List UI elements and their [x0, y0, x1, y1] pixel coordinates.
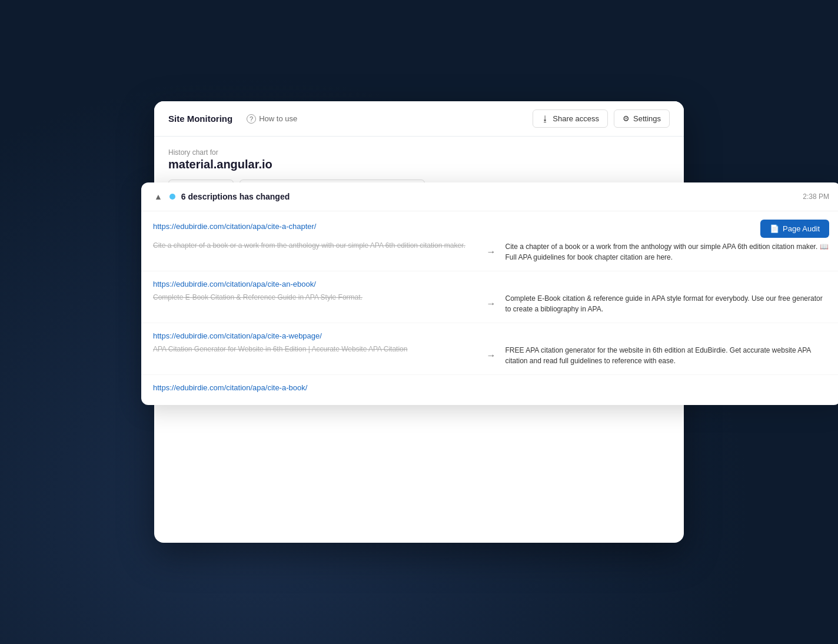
- url-link-4[interactable]: https://edubirdie.com/citation/apa/cite-…: [153, 383, 829, 392]
- url-row-content-1: Cite a chapter of a book or a work from …: [153, 241, 829, 263]
- url-row-content-3: APA Citation Generator for Website in 6t…: [153, 345, 829, 366]
- url-row-2: https://edubirdie.com/citation/apa/cite-…: [141, 271, 838, 323]
- new-text-2: Complete E-Book citation & reference gui…: [506, 293, 830, 314]
- share-label: Share access: [553, 114, 599, 123]
- page-title: Site Monitoring: [168, 114, 232, 124]
- how-to-use-label: How to use: [259, 114, 297, 123]
- new-text-1: Cite a chapter of a book or a work from …: [506, 241, 830, 263]
- old-text-1: Cite a chapter of a book or a work from …: [153, 241, 477, 250]
- new-text-3: FREE APA citation generator for the webs…: [506, 345, 830, 366]
- overlay-header-left: ▲ 6 descriptions has changed: [153, 191, 290, 203]
- audit-doc-icon: 📄: [770, 224, 779, 233]
- url-link-3[interactable]: https://edubirdie.com/citation/apa/cite-…: [153, 331, 829, 340]
- overlay-header: ▲ 6 descriptions has changed 2:38 PM: [141, 182, 838, 211]
- url-section: https://edubirdie.com/citation/apa/cite-…: [141, 211, 838, 405]
- share-access-button[interactable]: ⭳ Share access: [533, 109, 608, 128]
- collapse-button[interactable]: ▲: [153, 191, 164, 203]
- arrow-icon-3: →: [487, 350, 496, 361]
- top-bar-left: Site Monitoring ? How to use: [168, 112, 302, 126]
- how-to-use-button[interactable]: ? How to use: [242, 112, 302, 126]
- url-row-3: https://edubirdie.com/citation/apa/cite-…: [141, 323, 838, 375]
- settings-icon: ⚙: [623, 114, 630, 123]
- change-time: 2:38 PM: [803, 192, 829, 201]
- url-row-content-2: Complete E-Book Citation & Reference Gui…: [153, 293, 829, 314]
- page-audit-label: Page Audit: [783, 224, 820, 233]
- top-bar-right: ⭳ Share access ⚙ Settings: [533, 109, 670, 128]
- settings-button[interactable]: ⚙ Settings: [614, 109, 670, 128]
- overlay-card: ▲ 6 descriptions has changed 2:38 PM htt…: [141, 182, 838, 405]
- domain-title: material.angular.io: [168, 158, 670, 171]
- old-text-3: APA Citation Generator for Website in 6t…: [153, 345, 477, 353]
- old-text-2: Complete E-Book Citation & Reference Gui…: [153, 293, 477, 301]
- url-link-1[interactable]: https://edubirdie.com/citation/apa/cite-…: [153, 222, 316, 231]
- settings-label: Settings: [633, 114, 661, 123]
- url-row: https://edubirdie.com/citation/apa/cite-…: [141, 211, 838, 271]
- change-dot: [169, 194, 175, 200]
- url-row-header: https://edubirdie.com/citation/apa/cite-…: [153, 220, 829, 238]
- share-icon: ⭳: [541, 114, 549, 123]
- change-title: 6 descriptions has changed: [181, 192, 290, 201]
- question-icon: ?: [247, 114, 256, 124]
- history-label: History chart for: [168, 148, 670, 157]
- page-audit-button[interactable]: 📄 Page Audit: [760, 220, 829, 238]
- arrow-icon-2: →: [487, 298, 496, 309]
- top-bar: Site Monitoring ? How to use ⭳ Share acc…: [154, 101, 684, 137]
- url-row-4: https://edubirdie.com/citation/apa/cite-…: [141, 375, 838, 405]
- url-link-2[interactable]: https://edubirdie.com/citation/apa/cite-…: [153, 280, 829, 288]
- arrow-icon-1: →: [487, 247, 496, 257]
